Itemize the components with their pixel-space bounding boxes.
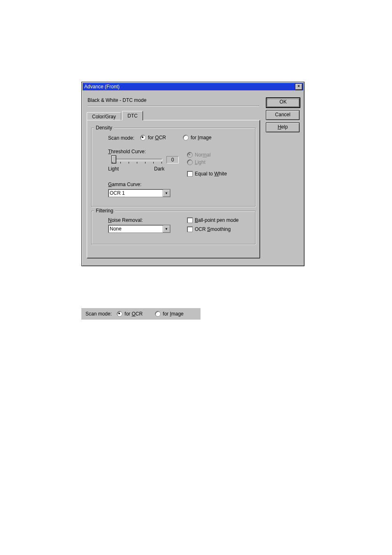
check-ocr-smoothing[interactable]: OCR Smoothing: [187, 226, 231, 232]
slider-dark-label: Dark: [154, 166, 164, 172]
snippet-radio-for-ocr[interactable]: for OCR: [117, 311, 143, 317]
radio-for-ocr-label: for OCR: [148, 135, 166, 140]
slider-light-label: Light: [108, 166, 119, 172]
snippet-radio-for-image-label: for Image: [163, 311, 184, 317]
radio-dot-icon: [187, 152, 193, 158]
radio-normal-label: Normal: [195, 152, 211, 158]
radio-dot-icon: [183, 135, 189, 140]
radio-normal: Normal: [187, 152, 211, 158]
dialog-title: Advance (Front): [84, 83, 120, 90]
tab-strip: Color/Gray DTC: [87, 111, 143, 120]
tab-color-gray[interactable]: Color/Gray: [87, 112, 121, 121]
radio-for-image-label: for Image: [191, 135, 212, 140]
dtc-tab-panel: Density Scan mode: for OCR for Image Thr…: [87, 120, 260, 258]
checkbox-box-icon: [187, 171, 193, 177]
chevron-down-icon[interactable]: ▼: [163, 189, 170, 197]
help-button[interactable]: Help: [266, 122, 300, 132]
close-button[interactable]: ×: [295, 83, 302, 90]
snippet-scan-mode-label: Scan mode:: [85, 311, 112, 317]
radio-dot-icon: [155, 311, 161, 317]
filtering-group: Filtering Noise Removal: None ▼ Ball-poi…: [91, 211, 256, 244]
dialog-client: Black & White - DTC mode Color/Gray DTC …: [83, 91, 303, 265]
checkbox-box-icon: [187, 217, 193, 223]
radio-dot-icon: [187, 159, 193, 165]
gamma-curve-combo[interactable]: OCR 1 ▼: [108, 189, 171, 197]
density-group: Density Scan mode: for OCR for Image Thr…: [91, 128, 256, 207]
gamma-curve-label: Gamma Curve:: [108, 182, 141, 187]
slider-tick: [120, 162, 121, 164]
radio-dot-icon: [140, 135, 146, 140]
scan-mode-snippet: Scan mode: for OCR for Image: [81, 308, 201, 320]
snippet-radio-for-ocr-label: for OCR: [125, 311, 143, 317]
radio-for-image[interactable]: for Image: [183, 135, 212, 140]
noise-removal-label: Noise Removal:: [108, 217, 143, 223]
radio-for-ocr[interactable]: for OCR: [140, 135, 166, 140]
slider-tick: [153, 162, 154, 164]
mode-title-separator: [88, 106, 259, 106]
noise-removal-combo[interactable]: None ▼: [108, 225, 171, 233]
density-legend: Density: [94, 125, 114, 131]
ok-button[interactable]: OK: [266, 97, 300, 108]
check-ball-point-pen-mode[interactable]: Ball-point pen mode: [187, 217, 239, 223]
checkbox-box-icon: [187, 226, 193, 232]
check-ocr-smoothing-label: OCR Smoothing: [195, 226, 231, 232]
check-ball-point-label: Ball-point pen mode: [195, 217, 239, 223]
check-equal-to-white-label: Equal to White: [195, 171, 227, 177]
cancel-button[interactable]: Cancel: [266, 110, 300, 120]
threshold-curve-label: Threshold Curve:: [108, 149, 146, 154]
check-equal-to-white[interactable]: Equal to White: [187, 171, 227, 177]
advance-dialog: Advance (Front) × Black & White - DTC mo…: [81, 82, 304, 266]
threshold-slider[interactable]: [112, 159, 162, 161]
mode-title: Black & White - DTC mode: [88, 97, 146, 103]
gamma-curve-value: OCR 1: [108, 190, 125, 196]
noise-removal-value: None: [108, 226, 122, 232]
chevron-down-icon[interactable]: ▼: [163, 225, 170, 233]
scan-mode-label: Scan mode:: [108, 135, 134, 141]
threshold-value-box: 0: [166, 156, 179, 164]
filtering-legend: Filtering: [94, 208, 115, 214]
close-icon: ×: [297, 84, 300, 88]
slider-tick: [137, 162, 137, 164]
slider-tick: [129, 162, 129, 164]
radio-light: Light: [187, 159, 205, 165]
titlebar[interactable]: Advance (Front) ×: [83, 83, 303, 90]
snippet-radio-for-image[interactable]: for Image: [155, 311, 184, 317]
slider-tick: [112, 162, 113, 164]
radio-light-label: Light: [195, 159, 205, 165]
radio-dot-icon: [117, 311, 122, 317]
slider-tick: [145, 162, 145, 164]
tab-dtc[interactable]: DTC: [122, 111, 143, 120]
slider-tick: [161, 162, 162, 164]
